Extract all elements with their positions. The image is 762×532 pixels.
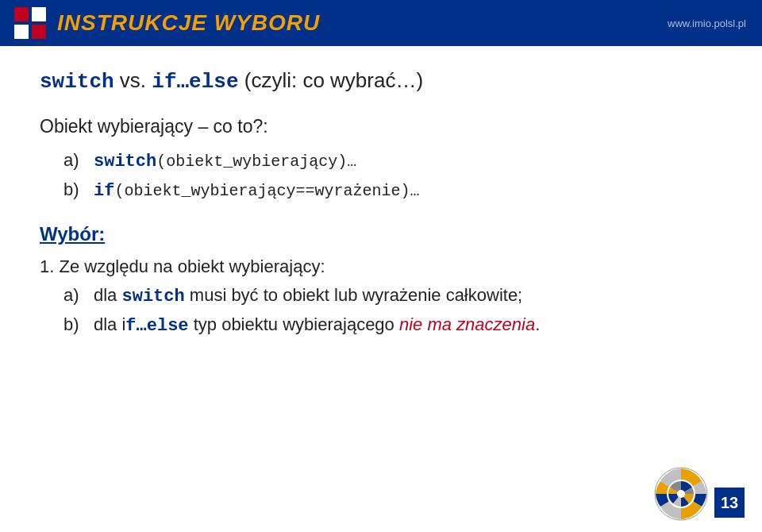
list-b-rest: (obiekt_wybierający==wyrażenie)… <box>114 182 419 200</box>
bottom-list-a: a) dla switch musi być to obiekt lub wyr… <box>64 285 722 306</box>
bottom-b-prefix: b) <box>64 314 86 335</box>
vs-text: vs. <box>114 68 152 92</box>
logo-block-red-1 <box>14 7 29 21</box>
logo-block-white-2 <box>14 25 29 39</box>
website-label: www.imio.polsl.pl <box>668 17 746 29</box>
obiekt-label: Obiekt wybierający – co to?: <box>40 116 722 137</box>
bottom-b-end: . <box>535 314 540 334</box>
list-item-a: a) switch(obiekt_wybierający)… <box>64 150 722 172</box>
header-bar: INSTRUKCJE WYBORU www.imio.polsl.pl <box>0 0 762 46</box>
bottom-list-b: b) dla if…else typ obiektu wybierającego… <box>64 314 722 336</box>
bottom-b-text1: dla i <box>94 314 125 334</box>
list-a-rest: (obiekt_wybierający)… <box>156 152 356 171</box>
line1: switch vs. if…else (czyli: co wybrać…) <box>40 68 722 94</box>
list-a-prefix: a) <box>64 150 86 171</box>
bottom-a-text1: dla <box>94 285 121 305</box>
list-a-code: switch <box>94 152 156 172</box>
bottom-b-highlight: nie ma znaczenia <box>399 314 535 334</box>
logo-circle <box>654 467 708 521</box>
logo-blocks <box>14 7 46 39</box>
kw-switch-label: switch <box>40 70 114 94</box>
logo-block-white-1 <box>32 7 46 21</box>
point1: 1. Ze względu na obiekt wybierający: <box>40 256 722 277</box>
bottom-a-kw: switch <box>121 287 184 306</box>
list-a-content: switch(obiekt_wybierający)… <box>94 150 356 172</box>
list-b-prefix: b) <box>64 179 86 200</box>
list-b-content: if(obiekt_wybierający==wyrażenie)… <box>94 179 419 201</box>
bottom-a-content: dla switch musi być to obiekt lub wyraże… <box>94 285 522 306</box>
svg-point-2 <box>677 490 685 498</box>
kw-ifelse-label: if…else <box>152 70 238 94</box>
page-title: INSTRUKCJE WYBORU <box>57 10 320 36</box>
bottom-b-text2: typ obiektu wybierającego <box>189 314 399 334</box>
bottom-a-prefix: a) <box>64 285 86 306</box>
wybor-heading: Wybór: <box>40 223 722 245</box>
slide-number: 13 <box>714 488 745 518</box>
list-b-code: if <box>94 181 114 201</box>
logo-block-red-2 <box>32 25 46 39</box>
list-item-b: b) if(obiekt_wybierający==wyrażenie)… <box>64 179 722 201</box>
bottom-b-kw: f…else <box>125 316 188 336</box>
line1-rest: (czyli: co wybrać…) <box>239 68 424 92</box>
bottom-b-content: dla if…else typ obiektu wybierającego ni… <box>94 314 540 336</box>
bottom-a-text2: musi być to obiekt lub wyrażenie całkowi… <box>185 285 523 305</box>
main-content: switch vs. if…else (czyli: co wybrać…) O… <box>0 46 762 360</box>
